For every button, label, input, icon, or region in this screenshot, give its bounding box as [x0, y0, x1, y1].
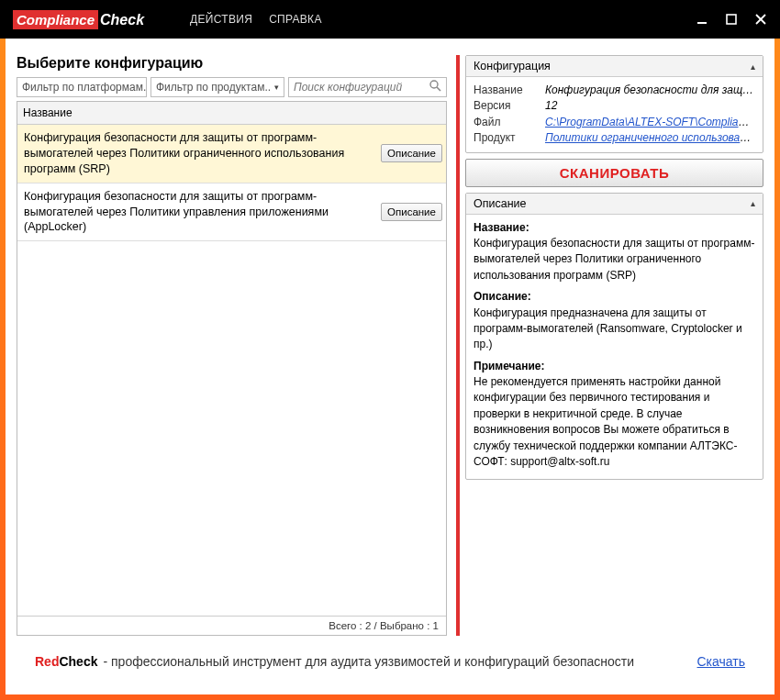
chevron-down-icon: ▾ [274, 83, 279, 92]
chevron-up-icon: ▴ [751, 61, 755, 72]
table-body: Конфигурация безопасности для защиты от … [17, 125, 446, 616]
row-name: Конфигурация безопасности для защиты от … [17, 183, 377, 241]
logo-text: Check [100, 12, 144, 28]
menu-actions[interactable]: ДЕЙСТВИЯ [190, 13, 252, 26]
table-row[interactable]: Конфигурация безопасности для защиты от … [17, 125, 446, 183]
logo-badge: Compliance [13, 10, 98, 29]
kv-key-name: Название [474, 83, 536, 98]
main-menu: ДЕЙСТВИЯ СПРАВКА [190, 13, 322, 26]
filter-product-label: Фильтр по продуктам.. [156, 81, 271, 94]
search-icon[interactable] [429, 80, 441, 94]
footer-brand-black: Check [59, 654, 97, 669]
menu-help[interactable]: СПРАВКА [269, 13, 322, 26]
svg-rect-0 [697, 22, 707, 24]
right-pane: Конфигурация ▴ Название Конфигурация без… [456, 55, 763, 636]
desc-note-text: Не рекомендуется применять настройки дан… [474, 374, 755, 470]
config-panel: Конфигурация ▴ Название Конфигурация без… [465, 55, 763, 153]
kv-key-product: Продукт [474, 130, 536, 146]
table-footer: Всего : 2 / Выбрано : 1 [17, 616, 446, 635]
config-table: Название Конфигурация безопасности для з… [17, 101, 447, 636]
kv-val-file-link[interactable]: C:\ProgramData\ALTEX-SOFT\ComplianceChec… [545, 116, 755, 128]
desc-note-title: Примечание: [474, 359, 755, 374]
description-button[interactable]: Описание [381, 203, 442, 221]
filter-product-dropdown[interactable]: Фильтр по продуктам.. ▾ [150, 77, 284, 97]
page-title: Выберите конфигурацию [17, 55, 447, 72]
search-input[interactable] [294, 81, 429, 94]
footer: RedCheck - профессиональный инструмент д… [22, 645, 758, 678]
description-panel-header[interactable]: Описание ▴ [466, 194, 763, 215]
app-logo: Compliance Check [13, 10, 144, 29]
filter-platform-label: Фильтр по платформам.. [22, 81, 147, 94]
desc-name-text: Конфигурация безопасности для защиты от … [474, 236, 755, 283]
kv-row: Файл C:\ProgramData\ALTEX-SOFT\Complianc… [474, 115, 755, 130]
table-header-name[interactable]: Название [17, 102, 446, 125]
scan-button[interactable]: СКАНИРОВАТЬ [465, 159, 763, 187]
kv-val-product-link[interactable]: Политики ограниченного использования... [545, 131, 755, 144]
kv-row: Продукт Политики ограниченного использов… [474, 130, 755, 146]
kv-val-version: 12 [545, 98, 755, 114]
kv-row: Версия 12 [474, 98, 755, 114]
maximize-icon[interactable] [725, 13, 738, 26]
footer-text: - профессиональный инструмент для аудита… [103, 654, 634, 669]
config-panel-title: Конфигурация [474, 60, 551, 72]
titlebar: Compliance Check ДЕЙСТВИЯ СПРАВКА [0, 0, 780, 39]
kv-val-name: Конфигурация безопасности для защиты от.… [545, 83, 755, 98]
svg-line-5 [437, 87, 440, 91]
config-panel-body: Название Конфигурация безопасности для з… [466, 77, 763, 152]
kv-row: Название Конфигурация безопасности для з… [474, 83, 755, 98]
row-name: Конфигурация безопасности для защиты от … [17, 125, 377, 183]
description-panel-title: Описание [474, 197, 527, 210]
filter-platform-dropdown[interactable]: Фильтр по платформам.. ▾ [17, 77, 147, 97]
footer-download-link[interactable]: Скачать [697, 654, 746, 669]
chevron-up-icon: ▴ [751, 198, 755, 208]
app-window: Compliance Check ДЕЙСТВИЯ СПРАВКА Выбери… [0, 0, 780, 700]
kv-key-version: Версия [474, 98, 536, 114]
svg-rect-1 [727, 15, 736, 24]
description-panel: Описание ▴ Название: Конфигурация безопа… [465, 193, 763, 481]
panes: Выберите конфигурацию Фильтр по платформ… [17, 55, 763, 636]
desc-desc-title: Описание: [474, 289, 755, 305]
close-icon[interactable] [754, 13, 767, 26]
minimize-icon[interactable] [696, 13, 708, 26]
table-row[interactable]: Конфигурация безопасности для защиты от … [17, 183, 446, 242]
content-area: Выберите конфигурацию Фильтр по платформ… [6, 39, 774, 694]
search-box[interactable] [288, 77, 447, 97]
window-controls [696, 13, 767, 26]
row-btn-cell: Описание [377, 125, 446, 183]
description-button[interactable]: Описание [381, 144, 442, 162]
desc-name-title: Название: [474, 220, 755, 236]
svg-point-4 [430, 81, 438, 88]
row-btn-cell: Описание [377, 183, 446, 241]
footer-brand: RedCheck [35, 654, 97, 669]
filter-row: Фильтр по платформам.. ▾ Фильтр по проду… [17, 77, 447, 97]
footer-brand-red: Red [35, 654, 59, 669]
left-pane: Выберите конфигурацию Фильтр по платформ… [17, 55, 447, 636]
description-panel-body: Название: Конфигурация безопасности для … [466, 215, 763, 480]
config-panel-header[interactable]: Конфигурация ▴ [466, 56, 763, 77]
desc-desc-text: Конфигурация предназначена для защиты от… [474, 306, 755, 353]
kv-key-file: Файл [474, 115, 536, 130]
